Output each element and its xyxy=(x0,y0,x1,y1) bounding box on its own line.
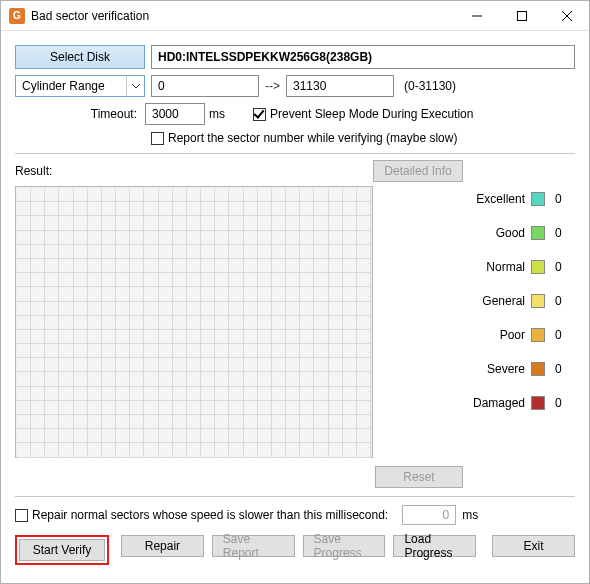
legend-label: General xyxy=(482,294,525,308)
content-area: Select Disk HD0:INTELSSDPEKKW256G8(238GB… xyxy=(1,31,589,575)
timeout-input[interactable]: 3000 xyxy=(145,103,205,125)
range-to-input[interactable]: 31130 xyxy=(286,75,394,97)
repair-ms-input: 0 xyxy=(402,505,456,525)
legend-label: Excellent xyxy=(476,192,525,206)
chevron-down-icon xyxy=(126,76,144,96)
legend-row-severe: Severe0 xyxy=(403,362,575,376)
start-verify-button[interactable]: Start Verify xyxy=(19,539,105,561)
result-label: Result: xyxy=(15,164,373,178)
report-sector-checkbox[interactable] xyxy=(151,132,164,145)
range-arrow-label: --> xyxy=(265,79,280,93)
minimize-icon xyxy=(472,11,482,21)
prevent-sleep-label: Prevent Sleep Mode During Execution xyxy=(270,107,473,121)
repair-button[interactable]: Repair xyxy=(121,535,204,557)
range-hint-label: (0-31130) xyxy=(404,79,456,93)
legend-label: Normal xyxy=(486,260,525,274)
svg-rect-1 xyxy=(517,11,526,20)
sector-grid xyxy=(15,186,373,458)
legend-count: 0 xyxy=(555,294,575,308)
divider-2 xyxy=(15,496,575,497)
legend-count: 0 xyxy=(555,396,575,410)
legend-label: Severe xyxy=(487,362,525,376)
selected-disk-field: HD0:INTELSSDPEKKW256G8(238GB) xyxy=(151,45,575,69)
bad-sector-verification-window: G Bad sector verification Select Disk HD… xyxy=(0,0,590,584)
legend-swatch xyxy=(531,294,545,308)
timeout-label: Timeout: xyxy=(15,107,145,121)
legend-swatch xyxy=(531,328,545,342)
legend-count: 0 xyxy=(555,328,575,342)
repair-slow-label: Repair normal sectors whose speed is slo… xyxy=(32,508,388,522)
detailed-info-button[interactable]: Detailed Info xyxy=(373,160,463,182)
legend-swatch xyxy=(531,260,545,274)
close-button[interactable] xyxy=(544,1,589,31)
minimize-button[interactable] xyxy=(454,1,499,31)
exit-button[interactable]: Exit xyxy=(492,535,575,557)
range-mode-select[interactable]: Cylinder Range xyxy=(15,75,145,97)
legend-row-good: Good0 xyxy=(403,226,575,240)
legend-row-excellent: Excellent0 xyxy=(403,192,575,206)
legend-count: 0 xyxy=(555,362,575,376)
start-verify-highlight: Start Verify xyxy=(15,535,109,565)
legend-row-general: General0 xyxy=(403,294,575,308)
legend-label: Damaged xyxy=(473,396,525,410)
legend-count: 0 xyxy=(555,192,575,206)
legend-row-normal: Normal0 xyxy=(403,260,575,274)
divider xyxy=(15,153,575,154)
repair-ms-unit: ms xyxy=(462,508,478,522)
legend-label: Good xyxy=(496,226,525,240)
legend-swatch xyxy=(531,192,545,206)
app-icon: G xyxy=(9,8,25,24)
repair-slow-checkbox[interactable] xyxy=(15,509,28,522)
legend-count: 0 xyxy=(555,226,575,240)
save-report-button[interactable]: Save Report xyxy=(212,535,295,557)
prevent-sleep-checkbox[interactable] xyxy=(253,108,266,121)
titlebar: G Bad sector verification xyxy=(1,1,589,31)
window-title: Bad sector verification xyxy=(31,9,149,23)
legend-row-damaged: Damaged0 xyxy=(403,396,575,410)
report-sector-label: Report the sector number while verifying… xyxy=(168,131,457,145)
legend-swatch xyxy=(531,226,545,240)
legend-swatch xyxy=(531,362,545,376)
reset-button[interactable]: Reset xyxy=(375,466,463,488)
close-icon xyxy=(562,11,572,21)
legend: Excellent0Good0Normal0General0Poor0Sever… xyxy=(373,186,575,430)
maximize-button[interactable] xyxy=(499,1,544,31)
timeout-unit-label: ms xyxy=(209,107,225,121)
legend-row-poor: Poor0 xyxy=(403,328,575,342)
load-progress-button[interactable]: Load Progress xyxy=(393,535,476,557)
range-from-input[interactable]: 0 xyxy=(151,75,259,97)
range-mode-value: Cylinder Range xyxy=(16,79,126,93)
legend-label: Poor xyxy=(500,328,525,342)
maximize-icon xyxy=(517,11,527,21)
select-disk-button[interactable]: Select Disk xyxy=(15,45,145,69)
legend-swatch xyxy=(531,396,545,410)
legend-count: 0 xyxy=(555,260,575,274)
save-progress-button[interactable]: Save Progress xyxy=(303,535,386,557)
